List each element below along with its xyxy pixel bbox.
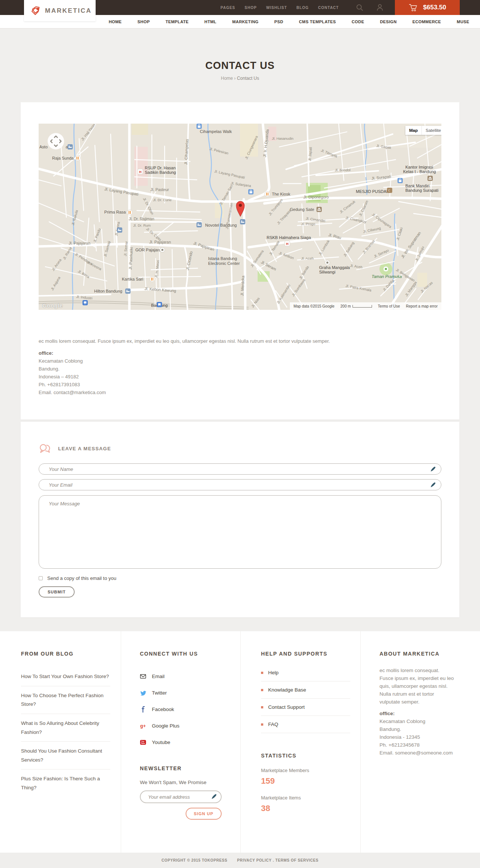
- map-poi-shop-icon[interactable]: [398, 178, 403, 183]
- footer-legal-links[interactable]: PRIVACY POLICY . TERMS OF SERVICES: [237, 858, 318, 862]
- map-street-label: MESJID PUSDAI: [356, 189, 387, 194]
- category-nav-link[interactable]: HTML: [204, 19, 216, 24]
- breadcrumb-home[interactable]: Home: [221, 76, 233, 81]
- map-poi-station-icon[interactable]: [82, 300, 88, 305]
- search-icon[interactable]: [356, 3, 364, 12]
- svg-text:H: H: [286, 242, 289, 246]
- social-link[interactable]: YouTubeYoutube: [140, 734, 230, 750]
- social-link[interactable]: Twitter: [140, 684, 230, 701]
- google-map[interactable]: Cihampelas WalkJl. Haji YasinRaja SundaA…: [39, 124, 441, 310]
- map-poi-hotel-icon[interactable]: [68, 144, 73, 149]
- send-copy-checkbox[interactable]: [39, 576, 43, 580]
- signup-button[interactable]: SIGN UP: [186, 808, 222, 820]
- map-canvas: Cihampelas WalkJl. Haji YasinRaja SundaA…: [39, 124, 441, 310]
- map-pan-control[interactable]: [48, 133, 64, 149]
- svg-text:Tube: Tube: [141, 743, 145, 744]
- category-nav-link[interactable]: PSD: [274, 19, 283, 24]
- category-nav-link[interactable]: HOME: [109, 19, 122, 24]
- map-type-satellite-button[interactable]: Satellite: [422, 126, 441, 135]
- header-nav-link[interactable]: WISHLIST: [266, 6, 287, 10]
- map-poi-rest-icon[interactable]: [127, 210, 132, 215]
- map-street-label: Novotel Bandung: [205, 223, 237, 227]
- category-nav-link[interactable]: CODE: [352, 19, 364, 24]
- category-nav-link[interactable]: DESIGN: [380, 19, 397, 24]
- blog-post-link[interactable]: How To Start Your Own Fashion Store?: [21, 667, 110, 686]
- help-link[interactable]: Contact Support: [261, 699, 350, 716]
- social-link[interactable]: g+Google Plus: [140, 717, 230, 734]
- map-poi-hotel-icon[interactable]: [117, 227, 122, 233]
- email-input[interactable]: [39, 479, 441, 490]
- map-poi-gov-icon[interactable]: [325, 260, 330, 265]
- message-textarea[interactable]: [39, 495, 441, 569]
- header-nav-link[interactable]: SHOP: [244, 6, 256, 10]
- map-poi-hotel-icon[interactable]: [196, 222, 202, 227]
- social-label: Facebook: [152, 707, 174, 712]
- map-poi-hotel-icon[interactable]: [240, 219, 245, 224]
- header-nav-link[interactable]: BLOG: [296, 6, 309, 10]
- social-label: Google Plus: [152, 723, 180, 729]
- map-street-label: Jl. Aceh: [301, 256, 314, 260]
- category-nav-link[interactable]: ECOMMERCE: [412, 19, 441, 24]
- map-street-label: Raja Sunda: [52, 156, 74, 160]
- newsletter-heading: NEWSLETTER: [140, 765, 230, 771]
- map-poi-hosp-icon[interactable]: H: [138, 169, 143, 174]
- svg-text:H: H: [139, 170, 142, 174]
- map-poi-hosp-icon[interactable]: H: [285, 241, 290, 246]
- newsletter-email-input[interactable]: [140, 790, 222, 803]
- map-poi-rest-icon[interactable]: [75, 155, 80, 161]
- statistic-value: 38: [261, 804, 350, 813]
- category-nav-link[interactable]: SHOP: [138, 19, 150, 24]
- cart-button[interactable]: $653.50: [395, 0, 460, 15]
- map-poi-mosque-icon[interactable]: ☾: [387, 188, 392, 193]
- help-link[interactable]: Knowladge Base: [261, 681, 350, 699]
- help-label: FAQ: [268, 722, 278, 727]
- map-poi-hotel-icon[interactable]: [125, 288, 130, 294]
- map-poi-bank-icon[interactable]: [316, 207, 322, 212]
- header-nav-link[interactable]: CONTACT: [318, 6, 339, 10]
- category-nav-link[interactable]: MUSE: [457, 19, 469, 24]
- blog-post-link[interactable]: Should You Use Fashion Consultant Servic…: [21, 742, 110, 769]
- tag-logo-icon: [30, 5, 41, 16]
- map-poi-rest-icon[interactable]: [265, 191, 270, 197]
- blog-post-link[interactable]: How To Choose The Perfect Fashion Store?: [21, 686, 110, 714]
- map-poi-gov-icon[interactable]: [160, 248, 165, 252]
- social-link[interactable]: Facebook: [140, 701, 230, 717]
- header-nav-link[interactable]: PAGES: [220, 6, 235, 10]
- map-poi-shop-icon[interactable]: [248, 189, 254, 194]
- help-link[interactable]: Help: [261, 664, 350, 681]
- map-report-error-link[interactable]: Report a map error: [406, 304, 438, 308]
- category-nav-link[interactable]: CMS TEMPLATES: [299, 19, 336, 24]
- map-poi-rest-icon[interactable]: [150, 276, 155, 282]
- page-title: CONTACT US: [0, 60, 480, 72]
- blog-post-link[interactable]: Plus Size Fashion: Is There Such a Thing…: [21, 769, 110, 797]
- svg-text:g+: g+: [140, 723, 146, 728]
- submit-button[interactable]: SUBMIT: [39, 586, 75, 598]
- map-type-map-button[interactable]: Map: [405, 126, 422, 135]
- logo[interactable]: MARKETICA: [24, 0, 96, 21]
- social-list: EmailTwitterFacebookg+Google PlusYouTube…: [140, 668, 230, 750]
- connect-heading: CONNECT WITH US: [140, 651, 230, 657]
- cart-total: $653.50: [423, 4, 446, 11]
- blog-post-link[interactable]: What is So Alluring About Celebrity Fash…: [21, 714, 110, 742]
- map-street-label: The Kiosk: [272, 192, 290, 196]
- map-street-label: GOR Pajajaran: [135, 248, 164, 252]
- map-poi-shop-icon[interactable]: [196, 124, 202, 129]
- map-terms-link[interactable]: Terms of Use: [378, 304, 400, 308]
- newsletter-promise: We Won't Spam, We Promise: [140, 780, 230, 785]
- map-street-label: Kartika Sari: [122, 277, 143, 281]
- help-link[interactable]: FAQ: [261, 716, 350, 733]
- footer-blog-column: FROM OUR BLOG How To Start Your Own Fash…: [21, 631, 110, 797]
- cart-icon: [408, 3, 418, 12]
- map-street-label: Hilton Bandung: [94, 289, 122, 293]
- map-poi-bank-icon[interactable]: [428, 176, 433, 181]
- bullet-icon: [261, 689, 263, 691]
- social-link[interactable]: Email: [140, 668, 230, 684]
- google-logo[interactable]: Google: [42, 302, 63, 309]
- name-input[interactable]: [39, 463, 441, 475]
- category-nav-link[interactable]: TEMPLATE: [165, 19, 189, 24]
- category-nav-link[interactable]: MARKETING: [232, 19, 258, 24]
- map-street-label: Sadikin Bandung: [145, 170, 176, 175]
- map-poi-park-icon[interactable]: [383, 266, 388, 272]
- user-account-icon[interactable]: [376, 3, 384, 12]
- map-poi-station-icon[interactable]: [157, 302, 162, 307]
